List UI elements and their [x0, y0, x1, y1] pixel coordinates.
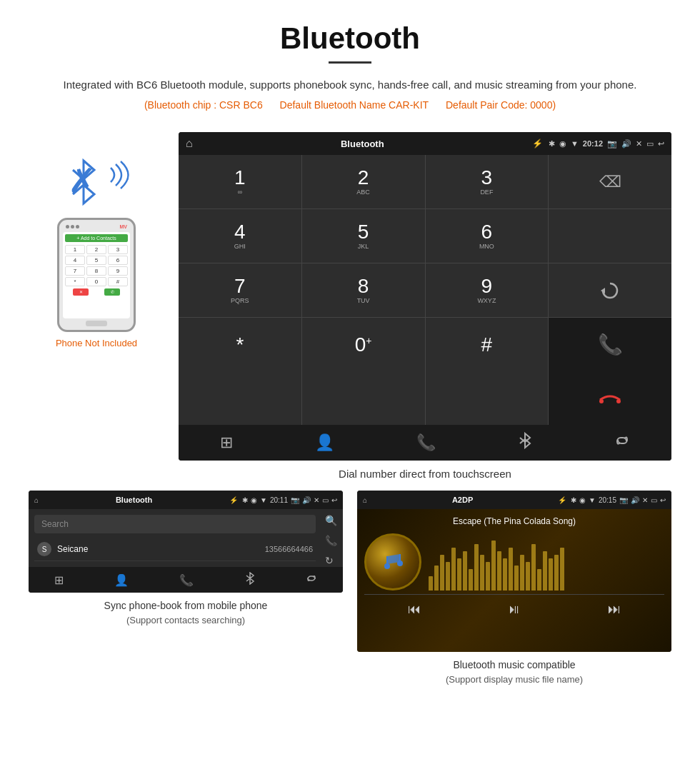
nav-contacts-icon[interactable]: 👤	[315, 433, 334, 452]
dial-number: 1	[234, 168, 246, 188]
nav-link-icon[interactable]	[614, 433, 630, 453]
music-screen-title: A2DP	[371, 496, 554, 504]
phone-keypad-grid: 1 2 3 4 5 6 7 8 9 * 0 #	[65, 245, 128, 286]
dial-number: 8	[358, 276, 369, 296]
music-note-icon	[381, 551, 404, 573]
phonebook-right-icons: 🔍 📞 ↻	[325, 509, 337, 566]
pb-nav-link[interactable]	[306, 573, 317, 587]
page-title: Bluetooth	[43, 21, 657, 56]
dial-call-green-cell[interactable]: 📞	[549, 318, 671, 371]
phone-top-bar: MV	[63, 224, 130, 229]
nav-phone-icon[interactable]: 📞	[416, 433, 436, 452]
phone-key-3: 3	[108, 245, 128, 254]
mu-cam-icon: 📷	[619, 496, 628, 504]
pb-back-icon[interactable]: ↩	[331, 496, 337, 504]
pb-nav-bt[interactable]	[245, 572, 255, 588]
phone-screen: + Add to Contacts 1 2 3 4 5 6 7 8 9 * 0 …	[63, 232, 130, 318]
end-call-icon	[599, 391, 621, 406]
dial-key-8[interactable]: 8 TUV	[302, 263, 425, 317]
dial-number: 7	[234, 276, 246, 296]
dial-screen-title: Bluetooth	[199, 139, 526, 149]
close-icon[interactable]: ✕	[636, 139, 642, 149]
phonebook-search-bar[interactable]: Search	[34, 515, 316, 533]
music-caption: Bluetooth music compatible (Support disp…	[446, 658, 583, 687]
prev-track-button[interactable]: ⏮	[408, 602, 421, 617]
dial-key-6[interactable]: 6 MNO	[426, 209, 549, 263]
dial-number: 3	[481, 168, 493, 188]
title-underline	[329, 61, 371, 64]
pb-nav-grid[interactable]: ⊞	[54, 573, 64, 587]
music-content: Escape (The Pina Colada Song)	[357, 509, 671, 652]
dial-key-hash[interactable]: #	[426, 318, 549, 371]
spec-name: Default Bluetooth Name CAR-KIT	[280, 99, 429, 111]
dial-key-0[interactable]: 0+	[302, 318, 425, 371]
phone-dot	[71, 225, 74, 228]
pb-cam-icon: 📷	[291, 496, 299, 504]
phone-home-button	[86, 321, 107, 326]
phone-key-4: 4	[65, 256, 85, 265]
dial-number: #	[481, 335, 493, 355]
dial-key-7[interactable]: 7 PQRS	[179, 263, 301, 317]
refresh-icon[interactable]: ↻	[325, 555, 337, 566]
dial-key-2[interactable]: 2 ABC	[302, 155, 425, 208]
dial-empty-cell-1	[549, 209, 671, 263]
mu-bt-icon: ✱	[571, 496, 576, 504]
phone-key-star: *	[65, 277, 85, 286]
mu-close-icon[interactable]: ✕	[642, 496, 648, 504]
dial-number: 4	[234, 222, 246, 242]
dial-backspace-cell[interactable]: ⌫	[549, 155, 671, 208]
phone-key-7: 7	[65, 266, 85, 276]
dial-letters: JKL	[358, 243, 369, 250]
home-icon[interactable]: ⌂	[186, 137, 193, 150]
dial-number: 5	[358, 222, 369, 242]
phonebook-content: Search S Seicane 13566664466	[29, 509, 321, 567]
bluetooth-icon-area: ✗	[61, 154, 132, 211]
pb-vol-icon: 🔊	[302, 496, 311, 504]
phone-key-0: 0	[86, 277, 106, 286]
phone-key-2: 2	[86, 245, 106, 254]
music-main-area	[364, 533, 664, 590]
music-controls: ⏮ ⏯ ⏭	[364, 594, 664, 620]
dial-empty-3	[302, 371, 425, 425]
music-home-icon[interactable]: ⌂	[363, 496, 367, 504]
phone-carrier-label: MV	[120, 224, 128, 229]
contact-row: S Seicane 13566664466	[34, 538, 316, 561]
phone-key-9: 9	[108, 266, 128, 276]
dial-key-9[interactable]: 9 WXYZ	[426, 263, 549, 317]
dial-key-5[interactable]: 5 JKL	[302, 209, 425, 263]
dial-number: *	[236, 335, 244, 355]
refresh-icon	[600, 281, 620, 301]
pb-nav-phone[interactable]: 📞	[179, 573, 194, 587]
dial-empty-2	[179, 371, 301, 425]
pb-close-icon[interactable]: ✕	[314, 496, 319, 504]
dial-end-call-cell[interactable]	[549, 371, 671, 425]
svg-point-2	[616, 399, 621, 403]
dial-key-1[interactable]: 1 ∞	[179, 155, 301, 208]
music-right-status: ✱ ◉ ▼ 20:15 📷 🔊 ✕ ▭ ↩	[571, 496, 666, 504]
pb-nav-user[interactable]: 👤	[114, 573, 129, 587]
phone-icon[interactable]: 📞	[325, 535, 337, 546]
search-icon[interactable]: 🔍	[325, 515, 337, 526]
nav-grid-icon[interactable]: ⊞	[220, 433, 233, 452]
phone-key-8: 8	[86, 266, 106, 276]
dial-key-star[interactable]: *	[179, 318, 301, 371]
album-art	[364, 533, 421, 590]
pb-time: 20:11	[270, 496, 288, 504]
next-track-button[interactable]: ⏭	[608, 602, 621, 617]
phonebook-home-icon[interactable]: ⌂	[34, 496, 39, 504]
mu-back-icon[interactable]: ↩	[660, 496, 666, 504]
signal-icon: ▼	[571, 139, 579, 148]
back-icon[interactable]: ↩	[658, 139, 664, 149]
phone-container: ✗ MV + Add to Contacts	[29, 132, 164, 348]
dial-key-3[interactable]: 3 DEF	[426, 155, 549, 208]
nav-bluetooth-nav-icon[interactable]	[518, 432, 532, 453]
music-usb-icon: ⚡	[558, 496, 566, 504]
phone-bottom-bar: ✕ ✆	[65, 288, 128, 296]
pb-loc-icon: ◉	[251, 496, 257, 504]
dial-letters: MNO	[479, 243, 494, 250]
dial-refresh-cell[interactable]	[549, 263, 671, 317]
dial-key-4[interactable]: 4 GHI	[179, 209, 301, 263]
location-icon: ◉	[559, 139, 566, 149]
mu-time: 20:15	[599, 496, 616, 504]
play-pause-button[interactable]: ⏯	[508, 602, 521, 617]
